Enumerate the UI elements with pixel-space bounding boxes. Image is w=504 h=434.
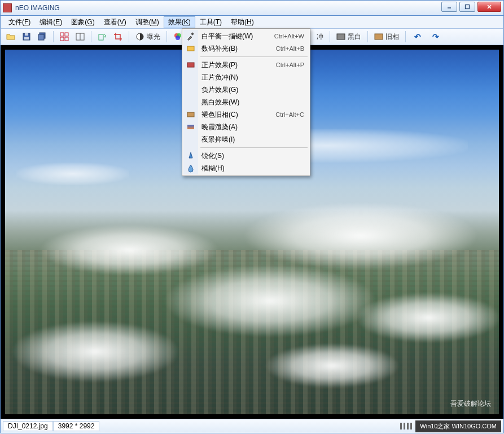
toolbar-separator xyxy=(405,31,406,42)
toolbar-separator xyxy=(53,31,54,42)
svg-rect-15 xyxy=(99,34,103,40)
toolbar-separator xyxy=(91,31,91,42)
rotate-icon xyxy=(98,32,107,41)
sharpen-icon xyxy=(186,151,195,160)
dd-sunset[interactable]: 晚霞渲染(A) xyxy=(183,121,309,133)
svg-point-19 xyxy=(176,36,180,40)
dd-separator xyxy=(200,56,308,57)
floppy-icon xyxy=(22,32,31,41)
svg-rect-11 xyxy=(60,37,64,41)
toolbar-separator xyxy=(166,31,167,42)
undo-icon: ↶ xyxy=(412,32,423,41)
dd-fill-light[interactable]: 数码补光(B) Ctrl+Alt+B xyxy=(183,42,309,55)
eyedropper-icon xyxy=(186,32,195,41)
dd-separator xyxy=(200,147,308,148)
redo-button[interactable]: ↷ xyxy=(428,31,444,42)
menu-edit[interactable]: 编辑(E) xyxy=(35,16,67,28)
menu-help[interactable]: 帮助(H) xyxy=(226,16,258,28)
fill-light-icon xyxy=(186,44,195,53)
sepia-swatch-icon xyxy=(186,110,195,119)
contrast-icon xyxy=(135,32,144,41)
svg-rect-24 xyxy=(187,63,194,67)
dd-positive-film[interactable]: 正片效果(P) Ctrl+Alt+P xyxy=(183,59,309,71)
menu-bar: 文件(F) 编辑(E) 图象(G) 查看(V) 调整(M) 效果(K) 工具(T… xyxy=(0,16,504,28)
menu-image[interactable]: 图象(G) xyxy=(67,16,99,28)
menu-file[interactable]: 文件(F) xyxy=(4,16,35,28)
buffer-label: 冲 xyxy=(317,32,323,42)
dd-cross-process[interactable]: 正片负冲(N) xyxy=(183,71,309,84)
save-button[interactable] xyxy=(20,31,33,42)
status-dimensions: 3992 * 2992 xyxy=(53,421,100,431)
folder-open-icon xyxy=(6,32,15,41)
dd-label: 正片效果(P) xyxy=(201,60,276,70)
redo-icon: ↷ xyxy=(430,32,441,41)
maximize-button[interactable] xyxy=(459,2,475,12)
svg-rect-25 xyxy=(187,112,194,117)
dd-shortcut: Ctrl+Alt+P xyxy=(276,62,304,68)
film-icon xyxy=(186,60,195,69)
grid-icon xyxy=(60,32,69,41)
minimize-button[interactable] xyxy=(441,2,457,12)
close-button[interactable] xyxy=(477,2,501,12)
open-button[interactable] xyxy=(4,31,17,42)
dd-label: 晚霞渲染(A) xyxy=(201,122,304,132)
app-icon xyxy=(3,3,12,12)
exposure-button[interactable]: 曝光 xyxy=(133,31,163,43)
buffer-button[interactable]: 冲 xyxy=(314,31,326,43)
browse-button[interactable] xyxy=(58,31,71,42)
compare-button[interactable] xyxy=(73,31,87,42)
svg-rect-10 xyxy=(65,33,68,36)
svg-rect-6 xyxy=(24,37,29,40)
dd-night-denoise[interactable]: 夜景抑噪(I) xyxy=(183,133,309,146)
crop-button[interactable] xyxy=(111,31,125,42)
menu-adjust[interactable]: 调整(M) xyxy=(131,16,164,28)
title-bar: nEO iMAGING xyxy=(0,0,504,16)
sunset-icon xyxy=(186,122,195,131)
svg-rect-23 xyxy=(187,46,194,51)
tray-grip-icon xyxy=(400,423,412,429)
old-button[interactable]: 旧相 xyxy=(372,31,401,43)
dd-shortcut: Ctrl+Alt+C xyxy=(275,111,304,118)
status-bar: DJI_0212.jpg 3992 * 2992 Win10之家 WIN10GO… xyxy=(0,419,504,433)
svg-rect-22 xyxy=(191,32,194,36)
dd-label: 褪色旧相(C) xyxy=(201,110,275,120)
svg-rect-9 xyxy=(60,33,64,36)
toolbar-separator xyxy=(367,31,368,42)
svg-rect-5 xyxy=(25,33,28,36)
floppy-multi-icon xyxy=(38,32,47,41)
bw-icon xyxy=(336,32,345,41)
old-label: 旧相 xyxy=(385,32,399,42)
svg-rect-26 xyxy=(187,125,194,129)
tray-text: Win10之家 WIN10GO.COM xyxy=(415,420,501,432)
crop-icon xyxy=(113,32,122,41)
menu-view[interactable]: 查看(V) xyxy=(99,16,131,28)
dd-label: 正片负冲(N) xyxy=(201,73,304,82)
dd-sepia[interactable]: 褪色旧相(C) Ctrl+Alt+C xyxy=(183,108,309,121)
effect-dropdown: 白平衡一指键(W) Ctrl+Alt+W 数码补光(B) Ctrl+Alt+B … xyxy=(182,28,310,176)
svg-rect-20 xyxy=(337,34,345,40)
menu-effect[interactable]: 效果(K) xyxy=(164,16,195,28)
dd-sharpen[interactable]: 锐化(S) xyxy=(183,150,309,162)
dd-shortcut: Ctrl+Alt+B xyxy=(276,45,304,52)
status-filename: DJI_0212.jpg xyxy=(3,421,53,431)
dd-bw-effect[interactable]: 黑白效果(W) xyxy=(183,96,309,108)
svg-rect-21 xyxy=(375,34,383,40)
dd-blur[interactable]: 模糊(H) xyxy=(183,162,309,174)
undo-button[interactable]: ↶ xyxy=(410,31,426,42)
blur-icon xyxy=(186,164,195,173)
dd-shortcut: Ctrl+Alt+W xyxy=(274,33,304,40)
rotate-button[interactable] xyxy=(95,31,109,42)
exposure-label: 曝光 xyxy=(147,32,160,42)
svg-rect-12 xyxy=(65,37,68,41)
rgb-icon xyxy=(173,32,182,41)
svg-rect-8 xyxy=(38,34,44,40)
window-controls xyxy=(441,2,501,12)
dd-negative-film[interactable]: 负片效果(G) xyxy=(183,84,309,96)
watermark-text: 吾爱破解论坛 xyxy=(450,399,491,409)
bw-button[interactable]: 黑白 xyxy=(334,31,363,43)
save-as-button[interactable] xyxy=(36,31,49,42)
dd-white-balance[interactable]: 白平衡一指键(W) Ctrl+Alt+W xyxy=(183,30,309,42)
menu-tools[interactable]: 工具(T) xyxy=(195,16,226,28)
toolbar-separator xyxy=(330,31,330,42)
status-tray: Win10之家 WIN10GO.COM xyxy=(400,420,501,432)
